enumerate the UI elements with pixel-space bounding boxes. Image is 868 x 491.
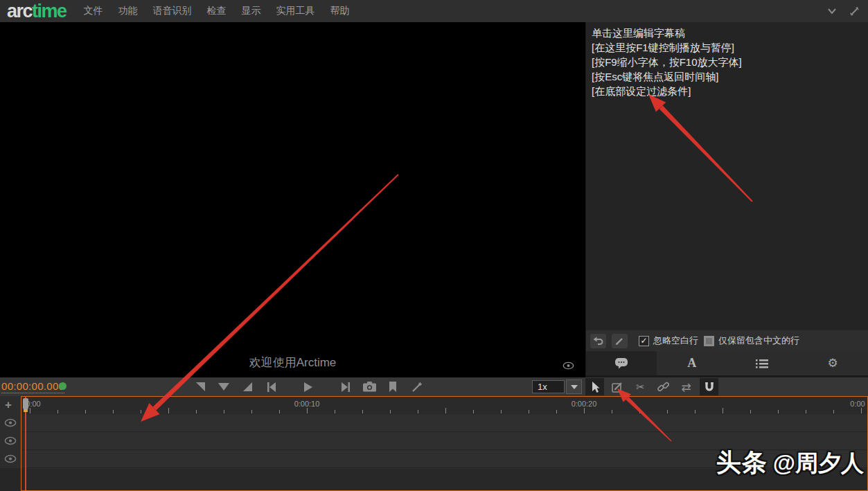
bookmark-icon[interactable] bbox=[385, 377, 400, 396]
ruler-tick bbox=[529, 410, 529, 413]
subtitle-line: [在底部设定过滤条件] bbox=[592, 84, 862, 98]
transport-controls bbox=[193, 377, 432, 396]
ruler-label: 0:00:10 bbox=[294, 400, 320, 408]
chevron-down-icon[interactable] bbox=[827, 8, 837, 15]
ruler-tick bbox=[556, 410, 557, 413]
track-visibility-eye-icon[interactable] bbox=[4, 418, 17, 428]
subtitle-line: 单击这里编辑字幕稿 bbox=[592, 26, 862, 40]
track-visibility-eye-icon[interactable] bbox=[4, 436, 17, 446]
gear-icon: ⚙ bbox=[828, 356, 838, 371]
menu-bar: arctime 文件功能语音识别检查显示实用工具帮助 bbox=[0, 0, 868, 22]
add-track-button[interactable]: + bbox=[5, 398, 12, 412]
quick-edit-tool-icon[interactable] bbox=[608, 378, 627, 395]
ruler-tick bbox=[778, 410, 779, 413]
ignore-blank-lines-label: 忽略空白行 bbox=[653, 334, 698, 347]
ruler-tick bbox=[390, 410, 391, 413]
ruler-tick bbox=[362, 410, 363, 413]
ruler-tick bbox=[584, 408, 585, 413]
ruler-tick bbox=[141, 410, 141, 413]
subtitle-line: [按Esc键将焦点返回时间轴] bbox=[592, 69, 862, 84]
menu-item-语音识别[interactable]: 语音识别 bbox=[153, 5, 192, 17]
ruler-tick bbox=[57, 410, 58, 413]
skip-start-icon[interactable] bbox=[263, 377, 278, 396]
ruler-tick bbox=[806, 410, 806, 413]
timeline-gutter: + bbox=[0, 396, 21, 491]
ruler-tick bbox=[196, 410, 197, 413]
status-dot bbox=[59, 382, 67, 390]
corner-se-triangle-icon[interactable] bbox=[240, 377, 255, 396]
down-triangle-icon[interactable] bbox=[216, 377, 231, 396]
ruler-tick bbox=[279, 410, 280, 413]
playhead-tip bbox=[24, 409, 28, 412]
ruler-tick bbox=[667, 410, 668, 413]
timeline-tools: ✂ ⇄ bbox=[585, 378, 718, 395]
undo-button[interactable] bbox=[590, 334, 606, 348]
transport-bar: 00:00:00.000 1x ✂ bbox=[0, 377, 868, 396]
ruler-tick bbox=[695, 410, 696, 413]
pencil-icon[interactable] bbox=[612, 334, 628, 348]
subtitle-script-editor[interactable]: 单击这里编辑字幕稿[在这里按F1键控制播放与暂停][按F9缩小字体，按F10放大… bbox=[586, 22, 868, 330]
tab-subtitles[interactable] bbox=[586, 351, 657, 375]
menu-item-实用工具[interactable]: 实用工具 bbox=[276, 5, 315, 17]
subtitle-line: [在这里按F1键控制播放与暂停] bbox=[592, 40, 862, 55]
menu-item-检查[interactable]: 检查 bbox=[207, 5, 227, 17]
ruler-tick bbox=[750, 410, 751, 413]
ruler-tick bbox=[418, 410, 418, 413]
timeline-ruler[interactable]: 0:000:00:100:00:200:00 bbox=[21, 397, 867, 414]
ruler-tick bbox=[445, 408, 446, 413]
menu-item-显示[interactable]: 显示 bbox=[242, 5, 261, 17]
ruler-tick bbox=[113, 410, 114, 413]
tab-style[interactable]: A bbox=[657, 351, 727, 375]
welcome-message: 欢迎使用Arctime bbox=[0, 355, 585, 371]
watermark-handle: @周夕人 bbox=[773, 448, 864, 479]
subtitle-filter-bar: ✓ 忽略空白行 仅保留包含中文的行 bbox=[586, 330, 868, 351]
app-logo-time: time bbox=[32, 1, 67, 21]
timeline-track[interactable] bbox=[21, 415, 867, 432]
ruler-tick bbox=[224, 410, 224, 413]
menu-item-帮助[interactable]: 帮助 bbox=[330, 5, 350, 17]
watermark-prefix: 头条 bbox=[716, 446, 768, 480]
ruler-tick bbox=[85, 410, 86, 413]
subtitle-panel: 单击这里编辑字幕稿[在这里按F1键控制播放与暂停][按F9缩小字体，按F10放大… bbox=[585, 22, 868, 377]
watermark: 头条 @周夕人 bbox=[716, 446, 864, 480]
ruler-tick bbox=[612, 410, 612, 413]
eye-icon[interactable] bbox=[563, 361, 574, 370]
magnet-tool-icon[interactable] bbox=[700, 378, 718, 395]
tab-list[interactable] bbox=[727, 351, 798, 375]
swap-tool-icon[interactable]: ⇄ bbox=[677, 378, 696, 395]
subtitle-line: [按F9缩小字体，按F10放大字体] bbox=[592, 55, 862, 69]
ruler-tick bbox=[307, 408, 308, 413]
menu-item-功能[interactable]: 功能 bbox=[118, 5, 138, 17]
font-a-icon: A bbox=[687, 356, 696, 371]
speech-bubble-icon bbox=[614, 357, 628, 369]
skip-end-icon[interactable] bbox=[338, 377, 353, 396]
magic-wand-icon[interactable] bbox=[409, 377, 424, 396]
ruler-tick bbox=[168, 408, 169, 413]
corner-ne-triangle-icon[interactable] bbox=[193, 377, 208, 396]
tab-settings[interactable]: ⚙ bbox=[797, 351, 868, 375]
ruler-tick bbox=[639, 410, 640, 413]
cursor-tool-icon[interactable] bbox=[585, 378, 604, 395]
list-icon bbox=[756, 359, 768, 368]
play-icon[interactable] bbox=[301, 377, 316, 396]
menu-item-文件[interactable]: 文件 bbox=[84, 5, 103, 17]
link-tool-icon[interactable] bbox=[654, 378, 673, 395]
playhead-handle[interactable] bbox=[23, 398, 28, 409]
ruler-tick bbox=[335, 410, 335, 413]
timecode-display[interactable]: 00:00:00.000 bbox=[1, 380, 64, 393]
ruler-tick bbox=[723, 408, 723, 413]
menu-items: 文件功能语音识别检查显示实用工具帮助 bbox=[84, 5, 350, 17]
scissors-tool-icon[interactable]: ✂ bbox=[631, 378, 650, 395]
app-logo-arc: arc bbox=[7, 1, 32, 21]
ruler-tick bbox=[861, 408, 862, 413]
track-visibility-eye-icon[interactable] bbox=[4, 454, 17, 464]
ruler-label: 0:00:20 bbox=[572, 400, 597, 408]
expand-icon[interactable] bbox=[849, 6, 860, 17]
ignore-blank-lines-checkbox[interactable]: ✓ bbox=[639, 336, 649, 346]
ruler-tick bbox=[473, 410, 474, 413]
ruler-label: 0:00 bbox=[850, 400, 865, 408]
speed-dropdown-button[interactable] bbox=[566, 380, 582, 394]
camera-icon[interactable] bbox=[362, 377, 377, 396]
playback-speed-select[interactable]: 1x bbox=[532, 380, 565, 393]
keep-chinese-only-checkbox[interactable] bbox=[704, 336, 714, 346]
